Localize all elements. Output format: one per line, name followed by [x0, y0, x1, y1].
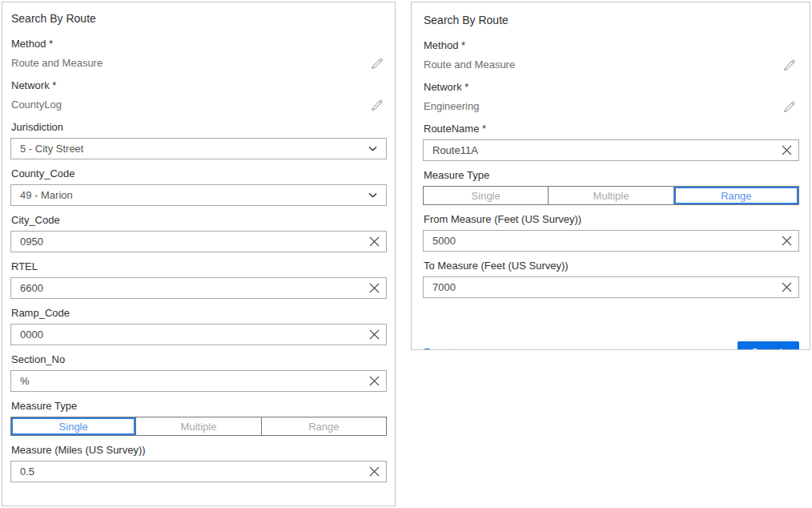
- section-no-field: [10, 370, 387, 392]
- pencil-icon: [783, 99, 797, 113]
- method-value: Route and Measure: [424, 58, 515, 71]
- to-measure-label: To Measure (Feet (US Survey)): [424, 260, 798, 272]
- clear-button[interactable]: [362, 325, 386, 345]
- rtel-label: RTEL: [11, 260, 386, 273]
- measure-type-label: Measure Type: [11, 400, 386, 413]
- clear-button[interactable]: [774, 140, 798, 160]
- panel-title: Search By Route: [424, 12, 799, 28]
- county-code-selected-value: 49 - Marion: [11, 189, 73, 201]
- clear-button[interactable]: [774, 277, 798, 297]
- method-field: Route and Measure: [11, 54, 386, 71]
- route-name-input[interactable]: [424, 144, 774, 156]
- ramp-code-label: Ramp_Code: [11, 307, 386, 320]
- segment-range[interactable]: Range: [262, 417, 386, 435]
- from-measure-field: [423, 230, 799, 252]
- segment-multiple[interactable]: Multiple: [136, 417, 261, 435]
- reset-link[interactable]: Reset: [424, 346, 452, 351]
- panel-footer: Reset Search: [423, 341, 799, 350]
- from-measure-input[interactable]: [424, 235, 774, 247]
- measure-label: Measure (Miles (US Survey)): [11, 444, 386, 457]
- ramp-code-field: [10, 324, 387, 345]
- jurisdiction-selected-value: 5 - City Street: [11, 143, 83, 155]
- method-label: Method *: [11, 38, 386, 50]
- close-icon: [782, 282, 792, 292]
- network-value: Engineering: [424, 100, 479, 112]
- county-code-label: County_Code: [11, 167, 386, 180]
- network-edit-button[interactable]: [783, 99, 798, 113]
- chevron-down-icon: [368, 146, 386, 151]
- search-button[interactable]: Search: [738, 341, 799, 350]
- close-icon: [369, 236, 380, 247]
- method-value: Route and Measure: [11, 57, 103, 69]
- clear-button[interactable]: [774, 231, 798, 251]
- clear-button[interactable]: [362, 371, 386, 391]
- to-measure-field: [423, 276, 799, 298]
- search-by-route-panel-right: Search By Route Method * Route and Measu…: [411, 2, 810, 350]
- county-code-select[interactable]: 49 - Marion: [10, 184, 387, 206]
- network-label: Network *: [424, 81, 798, 94]
- jurisdiction-label: Jurisdiction: [11, 121, 386, 134]
- rtel-field: [10, 277, 387, 299]
- section-no-input[interactable]: [11, 375, 362, 387]
- network-edit-button[interactable]: [371, 98, 386, 111]
- city-code-field: [10, 231, 387, 252]
- clear-button[interactable]: [362, 462, 386, 482]
- rtel-input[interactable]: [11, 282, 362, 294]
- network-field: Engineering: [424, 98, 798, 115]
- network-value: CountyLog: [11, 99, 62, 111]
- method-field: Route and Measure: [424, 56, 798, 73]
- section-no-label: Section_No: [11, 353, 386, 366]
- route-name-label: RouteName *: [424, 123, 798, 135]
- ramp-code-input[interactable]: [11, 329, 362, 341]
- close-icon: [369, 376, 380, 386]
- clear-button[interactable]: [362, 278, 386, 298]
- route-name-field: [423, 139, 799, 161]
- measure-type-label: Measure Type: [424, 169, 798, 182]
- close-icon: [782, 236, 792, 246]
- close-icon: [782, 145, 792, 155]
- city-code-input[interactable]: [11, 236, 362, 248]
- method-edit-button[interactable]: [783, 58, 798, 71]
- panel-title: Search By Route: [11, 10, 387, 26]
- pencil-icon: [783, 58, 797, 71]
- network-label: Network *: [11, 79, 386, 92]
- measure-type-segmented-control: Single Multiple Range: [10, 417, 387, 436]
- to-measure-input[interactable]: [424, 281, 774, 293]
- chevron-down-icon: [368, 192, 386, 198]
- city-code-label: City_Code: [11, 214, 386, 227]
- measure-field: [10, 461, 387, 482]
- method-edit-button[interactable]: [371, 56, 386, 70]
- pencil-icon: [371, 98, 384, 111]
- segment-single[interactable]: Single: [424, 187, 549, 204]
- close-icon: [369, 466, 380, 477]
- measure-input[interactable]: [11, 466, 362, 478]
- measure-type-segmented-control: Single Multiple Range: [423, 186, 799, 205]
- segment-multiple[interactable]: Multiple: [549, 187, 673, 204]
- search-by-route-panel-left: Search By Route Method * Route and Measu…: [2, 2, 396, 506]
- close-icon: [369, 283, 380, 293]
- network-field: CountyLog: [11, 96, 386, 113]
- segment-range[interactable]: Range: [674, 187, 798, 204]
- segment-single[interactable]: Single: [11, 417, 136, 435]
- pencil-icon: [371, 56, 384, 70]
- method-label: Method *: [424, 39, 798, 52]
- jurisdiction-select[interactable]: 5 - City Street: [10, 138, 387, 159]
- close-icon: [369, 329, 380, 340]
- clear-button[interactable]: [362, 232, 386, 252]
- from-measure-label: From Measure (Feet (US Survey)): [424, 213, 798, 226]
